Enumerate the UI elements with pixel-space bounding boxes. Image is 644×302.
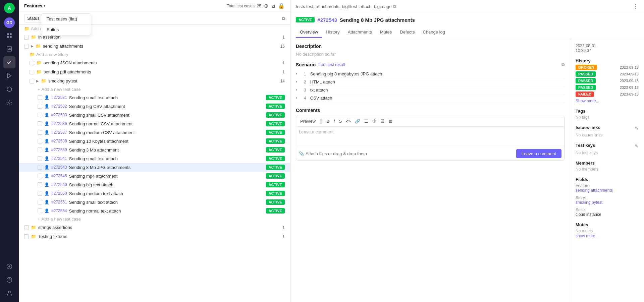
show-more-mutes[interactable]: show more... bbox=[576, 234, 599, 238]
tab-attachments[interactable]: Attachments bbox=[344, 27, 376, 38]
field-value-feature[interactable]: sending attachments bbox=[576, 188, 639, 193]
bold-btn[interactable]: B bbox=[325, 118, 331, 124]
checkbox-tc272549[interactable] bbox=[38, 182, 42, 187]
subfolder-count: 14 bbox=[280, 79, 285, 83]
checkbox-pdf[interactable] bbox=[30, 70, 34, 74]
panel-title[interactable]: Features ▾ bbox=[24, 3, 45, 8]
preview-tab[interactable]: Preview bbox=[299, 118, 317, 124]
mutes-section: Mutes No mutes show more... bbox=[576, 222, 639, 238]
table-row[interactable]: 👤 #272538 Sending 10 Kbytes attachment A… bbox=[19, 137, 290, 145]
edit-issues-icon[interactable]: ✎ bbox=[635, 126, 639, 131]
sidebar-item-settings[interactable] bbox=[3, 97, 15, 109]
filter-icon[interactable]: ⊿ bbox=[271, 3, 275, 9]
sidebar-item-user[interactable] bbox=[3, 287, 15, 299]
sidebar-item-runs[interactable] bbox=[3, 70, 15, 82]
attach-files-btn[interactable]: 📎 Attach files or drag & drop them bbox=[299, 151, 367, 156]
comment-input[interactable]: Leave a comment bbox=[296, 127, 564, 147]
add-story-btn[interactable]: 📁 Add a new Story bbox=[19, 51, 290, 58]
table-row[interactable]: 👤 #272536 Sending normal CSV attachment … bbox=[19, 119, 290, 128]
feature-count: 1 bbox=[282, 225, 285, 230]
checkbox-strings[interactable] bbox=[24, 225, 29, 230]
history-date: 2023-09-13 bbox=[620, 72, 639, 76]
checkbox-tc272532[interactable] bbox=[38, 104, 42, 109]
list-item[interactable]: ▶ 📁 sending attachments 16 bbox=[19, 42, 290, 51]
checkbox-smoking[interactable] bbox=[30, 79, 34, 83]
checkbox-tc272550[interactable] bbox=[38, 191, 42, 196]
table-row[interactable]: 👤 #272551 Sending small text attach ACTI… bbox=[19, 198, 290, 206]
table-row[interactable]: 👤 #272531 Sending small text attach ACTI… bbox=[19, 93, 290, 102]
table-row[interactable]: 👤 #272545 Sending mp4 attachment ACTIVE bbox=[19, 172, 290, 180]
table-row[interactable]: 👤 #272537 Sending medium CSV attachment … bbox=[19, 128, 290, 137]
sidebar-item-dashboard[interactable] bbox=[3, 29, 15, 42]
list-item[interactable]: 📁 strings assertions 1 bbox=[19, 223, 290, 232]
status-badge: ACTIVE bbox=[266, 121, 285, 126]
list-item[interactable]: ▶ 📁 smoking pytest 14 bbox=[19, 76, 290, 85]
avatar[interactable]: GD bbox=[4, 17, 15, 28]
edit-test-keys-icon[interactable]: ✎ bbox=[635, 143, 639, 149]
table-row[interactable]: 👤 #272550 Sending medium text attach ACT… bbox=[19, 189, 290, 198]
checkbox-tc272541[interactable] bbox=[38, 156, 42, 161]
ordered-list-btn[interactable]: ① bbox=[371, 118, 378, 124]
copy-icon[interactable]: ⧉ bbox=[282, 16, 285, 21]
table-row[interactable]: 👤 #272543 Sending 8 Mb JPG attachments A… bbox=[19, 163, 290, 172]
checkbox-tc272537[interactable] bbox=[38, 130, 42, 135]
editor-footer: 📎 Attach files or drag & drop them Leave… bbox=[296, 147, 564, 160]
table-row[interactable]: 👤 #272539 Sending 3 Mb attachment ACTIVE bbox=[19, 145, 290, 154]
checkbox-tc272531[interactable] bbox=[38, 95, 42, 100]
list-item[interactable]: 📁 sending pdf attachments 1 bbox=[19, 67, 290, 76]
checkbox-tc272536[interactable] bbox=[38, 121, 42, 126]
sidebar-item-add[interactable] bbox=[3, 260, 15, 273]
more-options-btn[interactable]: ⋮ bbox=[633, 3, 639, 10]
table-row[interactable]: 👤 #272533 Sending small CSV attachment A… bbox=[19, 111, 290, 119]
italic-btn[interactable]: I bbox=[332, 118, 336, 124]
add-tc-bottom-btn[interactable]: + Add a new test case bbox=[19, 215, 290, 223]
tab-overview[interactable]: Overview bbox=[296, 27, 322, 38]
table-row[interactable]: 👤 #272532 Sending big CSV attachment ACT… bbox=[19, 102, 290, 111]
checklist-btn[interactable]: ☑ bbox=[379, 118, 386, 124]
user-icon: 👤 bbox=[44, 200, 49, 204]
checkbox-tc272543[interactable] bbox=[38, 165, 42, 170]
sidebar-item-help[interactable] bbox=[3, 274, 15, 286]
checkbox-in-assertion[interactable] bbox=[24, 35, 29, 40]
tab-mutes[interactable]: Mutes bbox=[376, 27, 396, 38]
link-btn[interactable]: 🔗 bbox=[354, 118, 362, 124]
tab-history[interactable]: History bbox=[322, 27, 343, 38]
sidebar-item-reports[interactable] bbox=[3, 43, 15, 55]
test-name: Sending small text attach bbox=[69, 95, 264, 100]
lock-icon[interactable]: 🔒 bbox=[278, 3, 285, 9]
show-more-history[interactable]: Show more... bbox=[576, 99, 599, 103]
strikethrough-btn[interactable]: S bbox=[337, 118, 343, 124]
field-value-story[interactable]: smoking pytest bbox=[576, 200, 639, 205]
table-row[interactable]: 👤 #272549 Sending big text attach ACTIVE bbox=[19, 180, 290, 189]
table-row[interactable]: 👤 #272541 Sending small text attach ACTI… bbox=[19, 154, 290, 163]
dropdown-item-flat[interactable]: Test cases (flat) bbox=[41, 14, 91, 24]
checkbox-tc272545[interactable] bbox=[38, 174, 42, 178]
dropdown-item-suites[interactable]: Suites bbox=[41, 24, 91, 35]
checkbox-sending-attachments[interactable] bbox=[24, 44, 29, 49]
checkbox-tc272551[interactable] bbox=[38, 200, 42, 204]
checkbox-json[interactable] bbox=[30, 61, 34, 65]
checkbox-tc272554[interactable] bbox=[38, 208, 42, 213]
table-btn[interactable]: ▦ bbox=[387, 118, 394, 124]
add-tc-btn[interactable]: + Add a new test case bbox=[19, 85, 290, 93]
checkbox-tc272538[interactable] bbox=[38, 139, 42, 143]
add-icon[interactable]: ⊕ bbox=[264, 3, 268, 9]
list-item[interactable]: 📁 sending JSON attachments 1 bbox=[19, 58, 290, 67]
test-name: Sending small text attach bbox=[69, 200, 264, 205]
code-btn[interactable]: <> bbox=[344, 118, 352, 124]
scenario-copy-icon[interactable]: ⧉ bbox=[561, 62, 565, 67]
tab-defects[interactable]: Defects bbox=[396, 27, 419, 38]
submit-comment-btn[interactable]: Leave a comment bbox=[516, 149, 561, 158]
checkbox-tc272533[interactable] bbox=[38, 113, 42, 117]
sidebar-item-defects[interactable] bbox=[3, 83, 15, 95]
sidebar-item-tests[interactable] bbox=[3, 56, 15, 68]
list-item[interactable]: 📁 Testing fixtures 1 bbox=[19, 232, 290, 241]
checkbox-fixtures[interactable] bbox=[24, 234, 29, 239]
checkbox-tc272539[interactable] bbox=[38, 147, 42, 152]
total-count: Total test cases: 25 bbox=[227, 4, 261, 8]
attach-icon: 📎 bbox=[299, 151, 304, 156]
table-row[interactable]: 👤 #272554 Sending normal text attach ACT… bbox=[19, 206, 290, 215]
tab-changelog[interactable]: Change log bbox=[419, 27, 449, 38]
copy-breadcrumb-icon[interactable]: ⧉ bbox=[393, 4, 396, 9]
list-btn[interactable]: ☰ bbox=[363, 118, 370, 124]
